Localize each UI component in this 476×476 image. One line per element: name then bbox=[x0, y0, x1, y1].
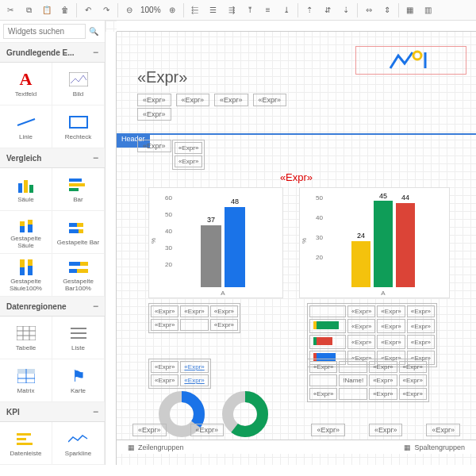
link-table[interactable]: «Expr»«Expr» «Expr»«Expr» bbox=[148, 359, 211, 389]
widget-datenleiste[interactable]: Datenleiste bbox=[0, 422, 52, 465]
widget-sparkline[interactable]: Sparkline bbox=[52, 422, 105, 465]
expr-field[interactable]: «Expr» bbox=[426, 424, 460, 436]
zoom-in-icon[interactable]: ⊕ bbox=[163, 2, 181, 19]
widget-rechteck[interactable]: Rechteck bbox=[52, 106, 105, 148]
svg-rect-25 bbox=[17, 326, 36, 340]
svg-text:20: 20 bbox=[165, 261, 172, 268]
svg-text:A: A bbox=[221, 290, 225, 297]
section-kpi[interactable]: KPI− bbox=[0, 402, 105, 422]
expr-field[interactable]: «Expr» bbox=[137, 108, 171, 121]
align-left-icon[interactable]: ⬱ bbox=[186, 2, 204, 19]
spaltengruppen[interactable]: ▦Spaltengruppen bbox=[396, 443, 473, 451]
group-icon[interactable]: ▦ bbox=[401, 2, 419, 19]
svg-line-1 bbox=[17, 119, 35, 125]
widget-textfeld[interactable]: ATextfeld bbox=[0, 63, 52, 106]
expr-field[interactable]: «Expr» bbox=[311, 424, 345, 436]
widget-tabelle[interactable]: Tabelle bbox=[0, 317, 52, 359]
widget-bar[interactable]: Bar bbox=[52, 168, 105, 211]
chart-section-title[interactable]: «Expr» bbox=[117, 171, 476, 183]
expr-field[interactable]: «Expr» bbox=[253, 94, 287, 106]
svg-rect-69 bbox=[313, 337, 317, 345]
expr-field[interactable]: «Expr» bbox=[176, 94, 210, 106]
svg-rect-37 bbox=[17, 433, 31, 436]
widget-gbar100[interactable]: GestapelteBar100% bbox=[52, 254, 105, 297]
svg-rect-39 bbox=[17, 443, 33, 445]
valign-mid-icon[interactable]: ⇵ bbox=[319, 2, 336, 19]
svg-rect-7 bbox=[69, 183, 85, 186]
expr-field[interactable]: «Expr» bbox=[190, 424, 225, 436]
valign-bot-icon[interactable]: ⇣ bbox=[337, 2, 355, 19]
zoom-out-icon[interactable]: ⊖ bbox=[121, 2, 138, 19]
svg-rect-20 bbox=[28, 266, 33, 275]
svg-text:24: 24 bbox=[357, 232, 365, 240]
svg-rect-68 bbox=[317, 321, 339, 329]
align-top-icon[interactable]: ⤒ bbox=[241, 2, 259, 19]
section-daten[interactable]: Datenregionene− bbox=[0, 297, 105, 317]
report-title-expr[interactable]: «Expr» bbox=[137, 68, 187, 86]
expr-field[interactable]: «Expr» bbox=[137, 94, 171, 106]
zeilengruppen[interactable]: ▦Zeilengruppen bbox=[120, 443, 192, 451]
section-basic[interactable]: Grundlegende E...− bbox=[0, 43, 105, 63]
svg-text:%: % bbox=[301, 238, 308, 244]
section-vergleich[interactable]: Vergleich− bbox=[0, 148, 105, 168]
sparkline-table[interactable]: «Expr»«Expr»«Expr» «Expr»«Expr»«Expr» «E… bbox=[307, 303, 437, 367]
toolbar: ✂ ⧉ 📋 🗑 ↶ ↷ ⊖ 100% ⊕ ⬱ ☰ ⇶ ⤒ ≡ ⤓ ⇡ ⇵ ⇣ ⇔… bbox=[0, 0, 476, 21]
svg-rect-6 bbox=[69, 178, 82, 182]
redo-icon[interactable]: ↷ bbox=[98, 2, 115, 19]
paste-icon[interactable]: 📋 bbox=[38, 2, 56, 19]
detail-table[interactable]: «Expr»«Expr»«Expr» !Name!«Expr»«Expr» «E… bbox=[307, 359, 429, 402]
svg-rect-70 bbox=[317, 337, 332, 345]
expr-field[interactable]: «Expr» bbox=[214, 94, 248, 106]
copy-icon[interactable]: ⧉ bbox=[20, 2, 37, 19]
dist-v-icon[interactable]: ⇕ bbox=[378, 2, 396, 19]
svg-rect-60 bbox=[351, 241, 370, 287]
align-right-icon[interactable]: ⇶ bbox=[223, 2, 240, 19]
svg-rect-24 bbox=[69, 269, 77, 273]
cut-icon[interactable]: ✂ bbox=[2, 2, 19, 19]
expr-field[interactable]: «Expr» bbox=[132, 424, 167, 436]
widget-gbar[interactable]: Gestapelte Bar bbox=[52, 211, 105, 254]
delete-icon[interactable]: 🗑 bbox=[56, 2, 74, 19]
align-center-icon[interactable]: ☰ bbox=[205, 2, 222, 19]
widget-sidebar: 🔍 Grundlegende E...− ATextfeld Bild Lini… bbox=[0, 21, 106, 465]
svg-text:60: 60 bbox=[165, 194, 172, 202]
svg-text:40: 40 bbox=[165, 228, 172, 235]
align-middle-icon[interactable]: ≡ bbox=[259, 2, 277, 19]
logo-placeholder[interactable] bbox=[355, 46, 466, 75]
valign-top-icon[interactable]: ⇡ bbox=[301, 2, 318, 19]
svg-rect-15 bbox=[69, 229, 79, 233]
widget-gsaule[interactable]: GestapelteSäule bbox=[0, 211, 52, 254]
svg-rect-67 bbox=[313, 321, 317, 329]
widget-liste[interactable]: Liste bbox=[52, 317, 105, 359]
svg-rect-52 bbox=[225, 207, 245, 287]
expr-table[interactable]: «Expr»«Expr»«Expr» «Expr»«Expr» bbox=[148, 303, 240, 333]
column-chart-1[interactable]: 6050403020 % 37 48 A bbox=[148, 187, 283, 298]
svg-text:48: 48 bbox=[231, 198, 239, 205]
widget-matrix[interactable]: Matrix bbox=[0, 359, 52, 402]
ungroup-icon[interactable]: ▥ bbox=[420, 2, 437, 19]
search-input[interactable] bbox=[3, 24, 86, 39]
svg-rect-50 bbox=[201, 225, 221, 287]
align-bottom-icon[interactable]: ⤓ bbox=[278, 2, 295, 19]
column-chart-2[interactable]: 50403020 % 24 45 44 A bbox=[299, 187, 450, 298]
widget-saule[interactable]: Säule bbox=[0, 168, 52, 211]
widget-linie[interactable]: Linie bbox=[0, 106, 52, 148]
expr-field[interactable]: «Expr» bbox=[137, 140, 171, 152]
search-icon[interactable]: 🔍 bbox=[86, 27, 102, 36]
widget-gsaule100[interactable]: GestapelteSäule100% bbox=[0, 254, 52, 297]
undo-icon[interactable]: ↶ bbox=[79, 2, 97, 19]
design-canvas[interactable]: «Expr» «Expr» «Expr» «Expr» «Expr» «Expr… bbox=[106, 21, 476, 465]
expr-field[interactable]: «Expr» bbox=[369, 424, 403, 436]
svg-text:20: 20 bbox=[316, 254, 323, 261]
widget-karte[interactable]: ⚑Karte bbox=[52, 359, 105, 402]
svg-rect-2 bbox=[70, 117, 87, 128]
search-box: 🔍 bbox=[0, 21, 105, 43]
svg-rect-3 bbox=[18, 183, 22, 193]
dist-h-icon[interactable]: ⇔ bbox=[360, 2, 378, 19]
widget-bild[interactable]: Bild bbox=[52, 63, 105, 106]
svg-rect-12 bbox=[28, 220, 33, 225]
svg-text:30: 30 bbox=[316, 234, 323, 241]
svg-rect-4 bbox=[24, 180, 28, 193]
mini-table[interactable]: «Expr» «Expr» bbox=[172, 140, 205, 170]
svg-rect-5 bbox=[29, 185, 33, 193]
